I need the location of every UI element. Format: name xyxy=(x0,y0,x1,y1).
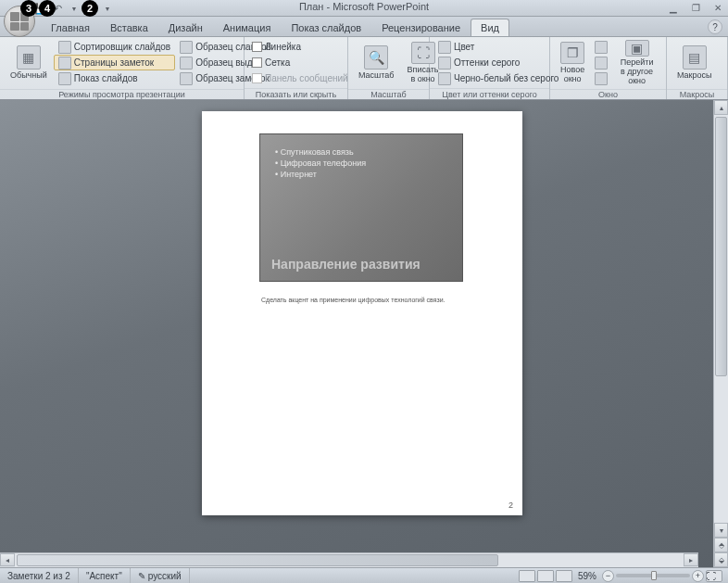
zoom-value[interactable]: 59% xyxy=(578,571,596,581)
close-button[interactable]: ✕ xyxy=(711,1,724,14)
zoom-out-button[interactable]: − xyxy=(602,570,614,582)
slide-bullet: Цифровая телефония xyxy=(275,158,447,168)
ruler-checkbox[interactable] xyxy=(252,42,262,52)
new-window-button[interactable]: ❐ Новое окно xyxy=(554,39,591,87)
switch-window-icon: ▣ xyxy=(625,40,649,57)
switch-window-button[interactable]: ▣ Перейти в другое окно xyxy=(611,39,662,87)
ribbon: ▦ Обычный Сортировщик слайдов Страницы з… xyxy=(0,37,728,100)
v-scroll-track[interactable] xyxy=(714,115,728,523)
slideshow-icon xyxy=(58,72,71,85)
macros-button[interactable]: ▤ Макросы xyxy=(671,39,719,87)
h-scroll-track[interactable] xyxy=(15,553,684,567)
notes-text[interactable]: Сделать акцент на применении цифровых те… xyxy=(261,297,446,303)
tab-view[interactable]: Вид xyxy=(471,19,509,36)
notes-page[interactable]: Спутниковая связь Цифровая телефония Инт… xyxy=(202,111,522,515)
ruler-label: Линейка xyxy=(265,42,301,52)
zoom-in-button[interactable]: + xyxy=(692,570,704,582)
window-controls: ▁ ❐ ✕ xyxy=(667,1,724,14)
tab-slideshow[interactable]: Показ слайдов xyxy=(281,19,371,36)
bw-label: Черно-белый без серого xyxy=(454,73,559,83)
split-button[interactable] xyxy=(591,70,611,86)
prev-slide-button[interactable]: ⬘ xyxy=(714,538,728,552)
ruler-checkbox-row[interactable]: Линейка xyxy=(248,39,352,55)
grid-checkbox-row[interactable]: Сетка xyxy=(248,55,352,70)
tab-insert[interactable]: Вставка xyxy=(100,19,158,36)
slide-master-icon xyxy=(180,41,193,54)
notes-page-icon xyxy=(58,57,71,70)
sorter-view-shortcut[interactable] xyxy=(537,570,554,582)
group-macros: ▤ Макросы Макросы xyxy=(667,37,728,99)
zoom-slider-handle[interactable] xyxy=(651,571,657,580)
callout-4: 4 xyxy=(39,0,56,17)
group-label-window: Окно xyxy=(550,89,666,99)
grid-checkbox[interactable] xyxy=(252,57,262,68)
msgbar-checkbox-row: Панель сообщений xyxy=(248,70,352,86)
group-window: ❐ Новое окно ▣ Перейти в другое окно Окн… xyxy=(550,37,667,99)
tab-design[interactable]: Дизайн xyxy=(158,19,213,36)
group-show-hide: Линейка Сетка Панель сообщений Показать … xyxy=(245,37,348,99)
page-number: 2 xyxy=(508,501,513,510)
scroll-left-button[interactable]: ◂ xyxy=(0,553,15,566)
scroll-down-button[interactable]: ▾ xyxy=(714,523,728,538)
vertical-scrollbar[interactable]: ▴ ▾ ⬘ ⬙ xyxy=(713,100,728,567)
group-label-show: Показать или скрыть xyxy=(245,88,347,99)
macros-label: Макросы xyxy=(677,71,712,81)
slide-thumbnail[interactable]: Спутниковая связь Цифровая телефония Инт… xyxy=(259,133,463,282)
slideshow-shortcut[interactable] xyxy=(556,570,572,582)
tab-animation[interactable]: Анимация xyxy=(213,19,282,36)
arrange-icon xyxy=(595,41,608,54)
color-button[interactable]: Цвет xyxy=(433,39,563,55)
status-slide-counter[interactable]: Заметки 2 из 2 xyxy=(0,568,79,583)
qat-customize-icon[interactable]: ▼ xyxy=(100,1,115,16)
v-scroll-thumb[interactable] xyxy=(715,117,727,376)
group-color: Цвет Оттенки серого Черно-белый без серо… xyxy=(430,37,550,99)
callout-3: 3 xyxy=(20,0,37,17)
split-icon xyxy=(595,72,608,85)
sorter-label: Сортировщик слайдов xyxy=(74,42,170,52)
group-label-views: Режимы просмотра презентации xyxy=(0,89,244,99)
notes-page-label: Страницы заметок xyxy=(74,57,154,68)
scroll-up-button[interactable]: ▴ xyxy=(714,100,728,115)
cascade-button[interactable] xyxy=(591,55,611,70)
status-language-label: русский xyxy=(148,571,182,581)
workspace: Спутниковая связь Цифровая телефония Инт… xyxy=(0,100,728,567)
grayscale-button[interactable]: Оттенки серого xyxy=(433,55,563,70)
grid-label: Сетка xyxy=(265,57,290,68)
slideshow-button[interactable]: Показ слайдов xyxy=(54,70,175,86)
notes-page-button[interactable]: Страницы заметок xyxy=(54,55,175,70)
msgbar-checkbox xyxy=(252,73,262,83)
scroll-right-button[interactable]: ▸ xyxy=(684,553,698,566)
minimize-button[interactable]: ▁ xyxy=(667,1,680,14)
undo-dropdown-icon[interactable]: ▼ xyxy=(67,1,82,16)
normal-view-shortcut[interactable] xyxy=(519,570,535,582)
color-label: Цвет xyxy=(454,42,474,52)
notes-master-icon xyxy=(180,72,193,85)
group-label-macros: Макросы xyxy=(667,89,727,99)
zoom-slider[interactable] xyxy=(616,574,690,577)
next-slide-button[interactable]: ⬙ xyxy=(714,552,728,567)
arrange-all-button[interactable] xyxy=(591,39,611,55)
callout-2: 2 xyxy=(82,0,98,17)
horizontal-scrollbar[interactable]: ◂ ▸ xyxy=(0,552,698,567)
tab-home[interactable]: Главная xyxy=(41,19,100,36)
grayscale-label: Оттенки серого xyxy=(454,57,520,68)
zoom-button[interactable]: 🔍 Масштаб xyxy=(352,39,401,87)
fit-to-window-shortcut[interactable]: ⛶ xyxy=(706,570,722,582)
h-scroll-thumb[interactable] xyxy=(17,554,498,566)
normal-view-icon: ▦ xyxy=(17,45,41,70)
slide-sorter-button[interactable]: Сортировщик слайдов xyxy=(54,39,175,55)
slide-title: Направление развития xyxy=(271,257,420,272)
spellcheck-icon: ✎ xyxy=(138,571,145,581)
status-theme[interactable]: "Аспект" xyxy=(79,568,131,583)
normal-view-button[interactable]: ▦ Обычный xyxy=(4,39,54,87)
status-language[interactable]: ✎русский xyxy=(131,568,190,583)
group-zoom: 🔍 Масштаб ⛶ Вписать в окно Масштаб xyxy=(348,37,430,99)
tab-review[interactable]: Рецензирование xyxy=(371,19,471,36)
bw-button[interactable]: Черно-белый без серого xyxy=(433,70,563,86)
help-button[interactable]: ? xyxy=(708,19,722,34)
slide-bullet: Интернет xyxy=(275,170,447,179)
group-label-color: Цвет или оттенки серого xyxy=(430,88,549,99)
normal-view-label: Обычный xyxy=(10,71,47,81)
statusbar: Заметки 2 из 2 "Аспект" ✎русский 59% − +… xyxy=(0,567,728,583)
restore-button[interactable]: ❐ xyxy=(689,1,702,14)
